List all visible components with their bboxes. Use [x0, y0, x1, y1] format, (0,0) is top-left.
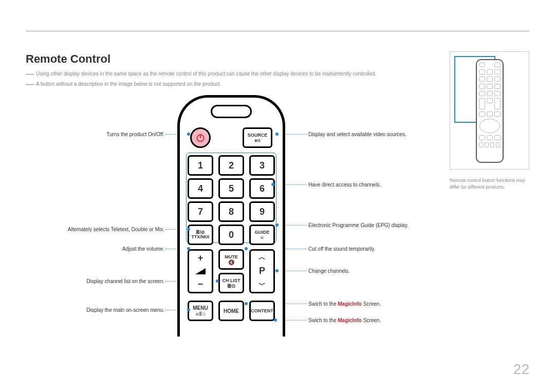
callout-numbers: Have direct access to channels.	[308, 182, 381, 188]
callout-content: Swich to the MagicInfo Screen.	[308, 318, 381, 323]
callout-volume: Adjust the volume.	[122, 246, 164, 252]
menu-label: MENU	[193, 305, 208, 311]
mute-button[interactable]: MUTE🔇	[218, 249, 244, 270]
chlist-button[interactable]: CH LIST≣⊙	[218, 273, 244, 293]
key-0[interactable]: 0	[218, 225, 244, 245]
power-button[interactable]	[190, 127, 211, 148]
prog-down-icon: ﹀	[258, 281, 266, 290]
source-button[interactable]: SOURCE ⊕⊡	[243, 127, 272, 148]
chlist-label: CH LIST	[223, 278, 240, 283]
dot	[187, 133, 190, 136]
callout-mute: Cut off the sound temporarily.	[308, 246, 375, 252]
mini-remote-frame	[450, 51, 529, 170]
volume-rocker[interactable]: + −	[188, 249, 213, 293]
callout-power: Turns the product On/Off.	[106, 132, 164, 137]
dot	[275, 223, 279, 227]
ir-window	[211, 105, 252, 118]
vol-icon	[195, 268, 206, 274]
key-5[interactable]: 5	[218, 178, 244, 199]
callout-home: Swich to the MagicInfo Screen.	[308, 301, 381, 307]
mid-row: + − MUTE🔇 CH LIST≣⊙ ︿ P ﹀	[188, 249, 275, 293]
bottom-row: MENU⊞≣ⓘ HOME CONTENT	[188, 301, 275, 321]
guide-label: GUIDE	[255, 230, 270, 235]
mini-remote	[476, 59, 504, 163]
power-icon	[195, 133, 206, 143]
number-keypad: 1 2 3 4 5 6 7 8 9 ≣/⊘TTX/MIX 0 GUIDE⊞	[188, 155, 275, 245]
key-6[interactable]: 6	[249, 178, 275, 199]
home-label: HOME	[224, 308, 239, 314]
dot	[187, 308, 190, 311]
mini-caption: Remote control button functions may diff…	[450, 177, 529, 190]
key-2[interactable]: 2	[218, 155, 244, 176]
callout-ttx: Alternately selects Teletext, Double or …	[68, 227, 164, 232]
dot	[274, 319, 277, 322]
home-button[interactable]: HOME	[218, 301, 244, 321]
key-9[interactable]: 9	[249, 201, 275, 222]
guide-icon: ⊞	[261, 236, 264, 239]
menu-button[interactable]: MENU⊞≣ⓘ	[188, 301, 213, 321]
ttx-button[interactable]: ≣/⊘TTX/MIX	[188, 225, 213, 245]
dot	[187, 228, 190, 231]
dot	[275, 133, 279, 136]
page-number: 22	[513, 361, 529, 378]
callout-guide: Electronic Programme Guide (EPG) display…	[308, 222, 409, 228]
vol-up-icon: +	[198, 253, 203, 264]
dot	[271, 183, 274, 186]
mute-icon: 🔇	[228, 259, 234, 265]
prog-up-icon: ︿	[258, 253, 266, 262]
dot	[245, 247, 248, 250]
mute-label: MUTE	[225, 254, 238, 259]
page-title: Remote Control	[26, 52, 110, 66]
prog-label: P	[259, 266, 265, 276]
source-sub-icon: ⊕⊡	[254, 139, 261, 143]
note-2: ―A button without a description in the i…	[26, 81, 221, 87]
key-1[interactable]: 1	[188, 155, 213, 176]
dot	[245, 302, 248, 305]
menu-icon: ⊞≣ⓘ	[196, 312, 206, 317]
key-8[interactable]: 8	[218, 201, 244, 222]
ttx-label: TTX/MIX	[191, 235, 210, 239]
dot	[275, 269, 279, 272]
top-rule	[26, 31, 529, 31]
guide-button[interactable]: GUIDE⊞	[249, 225, 275, 245]
key-7[interactable]: 7	[188, 201, 213, 222]
callout-prog: Change channels.	[308, 268, 350, 274]
content-label: CONTENT	[251, 308, 273, 313]
note-1: ―Using other display devices in the same…	[26, 71, 377, 77]
vol-down-icon: −	[198, 279, 203, 290]
callout-chlist: Display channel list on the screen.	[86, 278, 164, 284]
callout-menu: Display the main on-screen menu.	[86, 307, 164, 313]
note-2-text: A button without a description in the im…	[36, 81, 221, 87]
content-button[interactable]: CONTENT	[249, 301, 275, 321]
key-3[interactable]: 3	[249, 155, 275, 176]
remote-body: SOURCE ⊕⊡ 1 2 3 4 5 6 7 8 9 ≣/⊘TTX/MIX 0…	[177, 95, 285, 337]
chlist-icon: ≣⊙	[227, 283, 235, 289]
channel-rocker[interactable]: ︿ P ﹀	[249, 249, 275, 293]
callout-source: Display and select available video sourc…	[308, 132, 406, 137]
source-label: SOURCE	[248, 133, 268, 138]
svg-marker-2	[195, 268, 206, 274]
key-4[interactable]: 4	[188, 178, 213, 199]
note-1-text: Using other display devices in the same …	[36, 71, 377, 77]
dot	[216, 279, 219, 283]
dot	[187, 247, 190, 250]
